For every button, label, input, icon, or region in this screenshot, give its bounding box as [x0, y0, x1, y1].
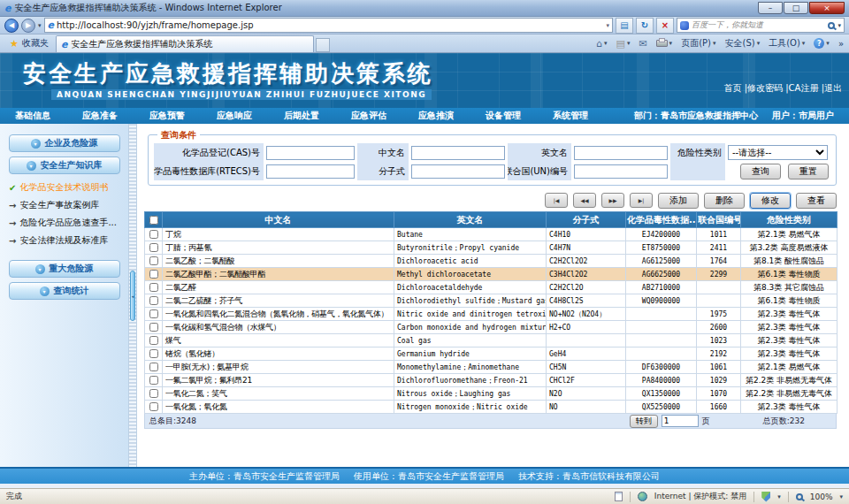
- search-dropdown-icon[interactable]: ▾: [838, 22, 841, 29]
- header-link[interactable]: |退出: [822, 82, 842, 95]
- view-button[interactable]: 查看: [796, 193, 837, 209]
- refresh-button[interactable]: ↻: [636, 18, 654, 34]
- modify-button[interactable]: 修改: [750, 193, 791, 209]
- table-row[interactable]: 一氧化氮和四氧化二氮混合物（氮氧化物，硝基气，氧化氮气体） Nitric oxi…: [145, 308, 838, 321]
- close-button[interactable]: ×: [809, 2, 845, 14]
- caret-icon[interactable]: ▾: [777, 493, 781, 500]
- maximize-button[interactable]: □: [784, 2, 808, 14]
- header-link[interactable]: 首页: [724, 82, 745, 95]
- row-checkbox[interactable]: [149, 270, 158, 279]
- favorites-button[interactable]: ★ 收藏夹: [3, 37, 56, 52]
- sidebar-splitter[interactable]: ◂: [128, 124, 137, 467]
- page-menu[interactable]: 页面(P)▾: [678, 36, 718, 50]
- reset-button[interactable]: 重置: [788, 164, 829, 179]
- caret-icon[interactable]: ▾: [839, 493, 843, 500]
- header-link[interactable]: |修改密码: [745, 82, 786, 95]
- command-overflow-button[interactable]: »: [836, 38, 846, 50]
- header-link[interactable]: |CA注册: [785, 82, 821, 95]
- zoom-level[interactable]: 100%: [810, 493, 833, 501]
- row-checkbox[interactable]: [149, 349, 158, 358]
- sidebar-item[interactable]: → 安全法律法规及标准库: [9, 232, 128, 249]
- nav-item[interactable]: 应急响应: [217, 110, 252, 122]
- page-number-input[interactable]: [662, 415, 699, 427]
- table-row[interactable]: 一氟二氯甲烷；氟利昂21 Dichlorofluoromethane；Freon…: [145, 374, 838, 387]
- sidebar-group-enterprise[interactable]: ▾ 企业及危险源: [9, 134, 120, 152]
- table-row[interactable]: 二氯乙酸；二氯醋酸 Dichloroacetic acid C2H2Cl2O2 …: [145, 255, 838, 268]
- sidebar-item[interactable]: ✔ 化学品安全技术说明书: [9, 179, 128, 196]
- forward-button[interactable]: ▶: [21, 19, 35, 33]
- table-row[interactable]: 锗烷（氢化锗） Germanium hydride GeH4 2192 第2.3…: [145, 347, 838, 361]
- formula-input[interactable]: [411, 164, 505, 179]
- search-input[interactable]: [692, 21, 825, 30]
- table-row[interactable]: 一氧化二氮；笑气 Nitrous oxide；Laughing gas N2O …: [145, 387, 838, 401]
- print-button[interactable]: ▾: [654, 39, 676, 48]
- table-row[interactable]: 丁腈；丙基氰 Butyronitrile；Propyl cyanide C4H7…: [145, 241, 838, 255]
- select-all-checkbox[interactable]: [149, 216, 158, 225]
- row-checkbox[interactable]: [149, 243, 158, 252]
- first-page-button[interactable]: |◀: [545, 193, 568, 208]
- sidebar-group-major-hazard[interactable]: ▾ 重大危险源: [9, 260, 120, 278]
- search-box[interactable]: ▾: [677, 18, 845, 33]
- table-row[interactable]: 煤气 Coal gas 1023 第2.3类 毒性气体: [145, 334, 838, 347]
- row-checkbox[interactable]: [149, 283, 158, 292]
- sidebar-item[interactable]: → 安全生产事故案例库: [9, 196, 128, 214]
- prev-page-button[interactable]: ◀◀: [573, 193, 596, 208]
- stop-button[interactable]: ×: [656, 18, 674, 34]
- table-row[interactable]: 二氯乙酸甲酯；二氯醋酸甲酯 Methyl dichloroacetate C3H…: [145, 268, 838, 281]
- row-checkbox[interactable]: [149, 402, 158, 411]
- minimize-button[interactable]: –: [758, 2, 783, 14]
- url-field[interactable]: e http://localhost:90/yjzh/frame/homepag…: [44, 18, 613, 33]
- next-page-button[interactable]: ▶▶: [601, 193, 624, 208]
- url-dropdown-icon[interactable]: ▾: [606, 22, 609, 29]
- nav-item[interactable]: 基础信息: [15, 110, 50, 122]
- cas-input[interactable]: [266, 146, 355, 160]
- protection-shield-icon[interactable]: [761, 492, 770, 502]
- add-button[interactable]: 添加: [658, 193, 699, 209]
- nav-item[interactable]: 应急准备: [82, 110, 118, 122]
- table-row[interactable]: 二氯乙醛 Dichloroacetaldehyde C2H2Cl2O AB271…: [145, 281, 838, 294]
- row-checkbox[interactable]: [149, 296, 158, 305]
- query-button[interactable]: 查询: [740, 164, 781, 179]
- back-button[interactable]: ◀: [4, 19, 19, 33]
- read-mail-button[interactable]: ✉: [636, 37, 649, 50]
- table-row[interactable]: 丁烷 Butane C4H10 EJ4200000 1011 第2.1类 易燃气…: [145, 228, 838, 241]
- active-tab[interactable]: e 安全生产应急救援指挥辅助决策系统: [56, 35, 314, 52]
- sidebar-group-query-stats[interactable]: ▾ 查询统计: [9, 282, 120, 300]
- row-checkbox[interactable]: [149, 389, 158, 398]
- new-tab-button[interactable]: [316, 38, 330, 52]
- home-button[interactable]: ⌂▾: [593, 37, 610, 50]
- table-row[interactable]: 二氯二乙硫醚；芥子气 Dichlorodiethyl sulfide；Musta…: [145, 294, 838, 308]
- last-page-button[interactable]: ▶|: [630, 193, 653, 208]
- delete-button[interactable]: 删除: [704, 193, 745, 209]
- un-number-input[interactable]: [574, 164, 668, 179]
- nav-item[interactable]: 后期处置: [284, 110, 319, 122]
- cn-name-input[interactable]: [411, 146, 505, 160]
- splitter-collapse-handle[interactable]: ◂: [130, 271, 135, 321]
- nav-item[interactable]: 系统管理: [553, 110, 588, 122]
- table-row[interactable]: 一氧化碳和氢气混合物（水煤气） Carbon monoxide and hydr…: [145, 321, 838, 334]
- row-checkbox[interactable]: [149, 323, 158, 332]
- hazard-class-select[interactable]: --请选择--: [728, 145, 828, 160]
- tools-menu[interactable]: 工具(O)▾: [766, 36, 807, 50]
- en-name-input[interactable]: [574, 146, 668, 160]
- nav-item[interactable]: 应急评估: [351, 110, 386, 122]
- row-checkbox[interactable]: [149, 309, 158, 318]
- goto-button[interactable]: 转到: [630, 415, 658, 428]
- table-row[interactable]: 一甲胺(无水)；氨基甲烷 Monomethylamine；Aminomethan…: [145, 361, 838, 374]
- sidebar-item[interactable]: → 危险化学品应急速查手...: [9, 214, 128, 232]
- compatibility-view-button[interactable]: ▤: [616, 18, 633, 34]
- nav-item[interactable]: 应急推演: [418, 110, 454, 122]
- row-checkbox[interactable]: [149, 363, 158, 371]
- rtecs-input[interactable]: [266, 164, 355, 179]
- row-checkbox[interactable]: [149, 256, 158, 265]
- zoom-icon[interactable]: [796, 493, 803, 500]
- feeds-button[interactable]: ▤▾: [613, 37, 632, 50]
- row-checkbox[interactable]: [149, 230, 158, 239]
- search-icon[interactable]: [828, 22, 835, 29]
- safety-menu[interactable]: 安全(S)▾: [722, 36, 762, 50]
- row-checkbox[interactable]: [149, 336, 158, 345]
- help-menu[interactable]: ?▾: [811, 37, 832, 50]
- history-dropdown-icon[interactable]: ▾: [38, 22, 42, 29]
- table-row[interactable]: 一氧化氮；氧化氮 Nitrogen monoxide；Nitric oxide …: [145, 401, 838, 414]
- sidebar-group-knowledge[interactable]: ▾ 安全生产知识库: [9, 157, 120, 174]
